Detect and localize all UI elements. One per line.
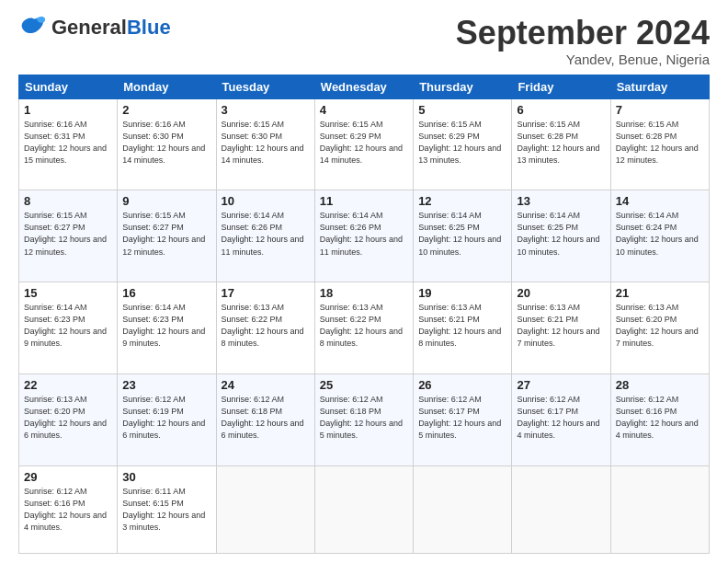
calendar-cell: 1Sunrise: 6:16 AMSunset: 6:31 PMDaylight… bbox=[19, 98, 118, 190]
day-number: 27 bbox=[517, 378, 605, 392]
day-info: Sunrise: 6:16 AMSunset: 6:31 PMDaylight:… bbox=[24, 119, 112, 167]
week-row-3: 15Sunrise: 6:14 AMSunset: 6:23 PMDayligh… bbox=[19, 282, 710, 374]
calendar-cell: 30Sunrise: 6:11 AMSunset: 6:15 PMDayligh… bbox=[118, 465, 216, 553]
day-number: 5 bbox=[418, 103, 506, 117]
weekday-header-row: SundayMondayTuesdayWednesdayThursdayFrid… bbox=[19, 75, 710, 98]
day-number: 21 bbox=[616, 286, 704, 300]
day-info: Sunrise: 6:14 AMSunset: 6:23 PMDaylight:… bbox=[24, 302, 112, 350]
calendar-cell: 13Sunrise: 6:14 AMSunset: 6:25 PMDayligh… bbox=[512, 190, 610, 282]
weekday-sunday: Sunday bbox=[19, 75, 118, 98]
calendar-cell: 2Sunrise: 6:16 AMSunset: 6:30 PMDaylight… bbox=[118, 98, 216, 190]
weekday-thursday: Thursday bbox=[414, 75, 512, 98]
day-number: 11 bbox=[320, 194, 408, 208]
day-info: Sunrise: 6:15 AMSunset: 6:29 PMDaylight:… bbox=[418, 119, 506, 167]
day-number: 13 bbox=[517, 194, 605, 208]
logo-blue: Blue bbox=[127, 16, 171, 39]
day-info: Sunrise: 6:12 AMSunset: 6:19 PMDaylight:… bbox=[122, 394, 210, 442]
day-info: Sunrise: 6:12 AMSunset: 6:17 PMDaylight:… bbox=[517, 394, 605, 442]
calendar-cell: 9Sunrise: 6:15 AMSunset: 6:27 PMDaylight… bbox=[118, 190, 216, 282]
day-info: Sunrise: 6:15 AMSunset: 6:29 PMDaylight:… bbox=[320, 119, 408, 167]
logo-text: GeneralBlue bbox=[51, 17, 171, 38]
day-number: 7 bbox=[616, 103, 704, 117]
calendar-cell: 5Sunrise: 6:15 AMSunset: 6:29 PMDaylight… bbox=[414, 98, 512, 190]
calendar-cell: 27Sunrise: 6:12 AMSunset: 6:17 PMDayligh… bbox=[512, 373, 610, 465]
page: GeneralBlue September 2024 Yandev, Benue… bbox=[0, 0, 728, 563]
calendar-cell bbox=[314, 465, 413, 553]
calendar-cell: 22Sunrise: 6:13 AMSunset: 6:20 PMDayligh… bbox=[19, 373, 118, 465]
day-number: 18 bbox=[320, 286, 408, 300]
week-row-5: 29Sunrise: 6:12 AMSunset: 6:16 PMDayligh… bbox=[19, 465, 710, 553]
day-number: 24 bbox=[222, 378, 310, 392]
day-number: 6 bbox=[517, 103, 605, 117]
day-number: 3 bbox=[222, 103, 310, 117]
day-info: Sunrise: 6:12 AMSunset: 6:18 PMDaylight:… bbox=[320, 394, 408, 442]
day-number: 25 bbox=[320, 378, 408, 392]
day-number: 26 bbox=[418, 378, 506, 392]
calendar-cell: 8Sunrise: 6:15 AMSunset: 6:27 PMDaylight… bbox=[19, 190, 118, 282]
header: GeneralBlue September 2024 Yandev, Benue… bbox=[18, 15, 710, 67]
calendar-cell bbox=[414, 465, 512, 553]
logo: GeneralBlue bbox=[18, 15, 171, 40]
week-row-1: 1Sunrise: 6:16 AMSunset: 6:31 PMDaylight… bbox=[19, 98, 710, 190]
calendar-cell: 16Sunrise: 6:14 AMSunset: 6:23 PMDayligh… bbox=[118, 282, 216, 374]
weekday-friday: Friday bbox=[512, 75, 610, 98]
day-info: Sunrise: 6:15 AMSunset: 6:27 PMDaylight:… bbox=[122, 210, 210, 258]
calendar-cell: 26Sunrise: 6:12 AMSunset: 6:17 PMDayligh… bbox=[414, 373, 512, 465]
day-number: 23 bbox=[122, 378, 210, 392]
day-info: Sunrise: 6:12 AMSunset: 6:17 PMDaylight:… bbox=[418, 394, 506, 442]
location: Yandev, Benue, Nigeria bbox=[456, 52, 710, 67]
day-info: Sunrise: 6:13 AMSunset: 6:21 PMDaylight:… bbox=[517, 302, 605, 350]
weekday-wednesday: Wednesday bbox=[314, 75, 413, 98]
weekday-tuesday: Tuesday bbox=[216, 75, 314, 98]
calendar-cell bbox=[610, 465, 709, 553]
calendar-cell: 11Sunrise: 6:14 AMSunset: 6:26 PMDayligh… bbox=[314, 190, 413, 282]
day-info: Sunrise: 6:12 AMSunset: 6:18 PMDaylight:… bbox=[222, 394, 310, 442]
weekday-monday: Monday bbox=[118, 75, 216, 98]
day-info: Sunrise: 6:16 AMSunset: 6:30 PMDaylight:… bbox=[122, 119, 210, 167]
calendar-cell: 25Sunrise: 6:12 AMSunset: 6:18 PMDayligh… bbox=[314, 373, 413, 465]
day-info: Sunrise: 6:14 AMSunset: 6:25 PMDaylight:… bbox=[418, 210, 506, 258]
day-number: 30 bbox=[122, 470, 210, 484]
day-info: Sunrise: 6:14 AMSunset: 6:26 PMDaylight:… bbox=[222, 210, 310, 258]
calendar-cell: 6Sunrise: 6:15 AMSunset: 6:28 PMDaylight… bbox=[512, 98, 610, 190]
day-info: Sunrise: 6:15 AMSunset: 6:27 PMDaylight:… bbox=[24, 210, 112, 258]
calendar-cell: 28Sunrise: 6:12 AMSunset: 6:16 PMDayligh… bbox=[610, 373, 709, 465]
day-number: 19 bbox=[418, 286, 506, 300]
day-info: Sunrise: 6:12 AMSunset: 6:16 PMDaylight:… bbox=[24, 486, 112, 534]
title-block: September 2024 Yandev, Benue, Nigeria bbox=[456, 15, 710, 67]
day-info: Sunrise: 6:13 AMSunset: 6:20 PMDaylight:… bbox=[24, 394, 112, 442]
day-number: 2 bbox=[122, 103, 210, 117]
day-number: 1 bbox=[24, 103, 112, 117]
day-number: 20 bbox=[517, 286, 605, 300]
day-number: 29 bbox=[24, 470, 112, 484]
day-info: Sunrise: 6:12 AMSunset: 6:16 PMDaylight:… bbox=[616, 394, 704, 442]
day-info: Sunrise: 6:11 AMSunset: 6:15 PMDaylight:… bbox=[122, 486, 210, 534]
day-number: 22 bbox=[24, 378, 112, 392]
calendar-table: SundayMondayTuesdayWednesdayThursdayFrid… bbox=[18, 75, 710, 554]
calendar-cell: 17Sunrise: 6:13 AMSunset: 6:22 PMDayligh… bbox=[216, 282, 314, 374]
weekday-saturday: Saturday bbox=[610, 75, 709, 98]
day-number: 16 bbox=[122, 286, 210, 300]
day-info: Sunrise: 6:15 AMSunset: 6:28 PMDaylight:… bbox=[616, 119, 704, 167]
calendar-cell: 21Sunrise: 6:13 AMSunset: 6:20 PMDayligh… bbox=[610, 282, 709, 374]
bird-icon bbox=[18, 15, 48, 40]
calendar-cell: 19Sunrise: 6:13 AMSunset: 6:21 PMDayligh… bbox=[414, 282, 512, 374]
week-row-2: 8Sunrise: 6:15 AMSunset: 6:27 PMDaylight… bbox=[19, 190, 710, 282]
day-number: 10 bbox=[222, 194, 310, 208]
calendar-cell: 23Sunrise: 6:12 AMSunset: 6:19 PMDayligh… bbox=[118, 373, 216, 465]
day-info: Sunrise: 6:15 AMSunset: 6:28 PMDaylight:… bbox=[517, 119, 605, 167]
calendar-cell bbox=[216, 465, 314, 553]
calendar-cell: 15Sunrise: 6:14 AMSunset: 6:23 PMDayligh… bbox=[19, 282, 118, 374]
calendar-cell: 24Sunrise: 6:12 AMSunset: 6:18 PMDayligh… bbox=[216, 373, 314, 465]
day-info: Sunrise: 6:14 AMSunset: 6:23 PMDaylight:… bbox=[122, 302, 210, 350]
month-title: September 2024 bbox=[456, 15, 710, 52]
day-number: 8 bbox=[24, 194, 112, 208]
week-row-4: 22Sunrise: 6:13 AMSunset: 6:20 PMDayligh… bbox=[19, 373, 710, 465]
day-info: Sunrise: 6:13 AMSunset: 6:21 PMDaylight:… bbox=[418, 302, 506, 350]
calendar-cell: 10Sunrise: 6:14 AMSunset: 6:26 PMDayligh… bbox=[216, 190, 314, 282]
day-number: 4 bbox=[320, 103, 408, 117]
calendar-cell: 12Sunrise: 6:14 AMSunset: 6:25 PMDayligh… bbox=[414, 190, 512, 282]
day-info: Sunrise: 6:14 AMSunset: 6:24 PMDaylight:… bbox=[616, 210, 704, 258]
logo-general: General bbox=[51, 16, 127, 39]
day-info: Sunrise: 6:13 AMSunset: 6:22 PMDaylight:… bbox=[320, 302, 408, 350]
